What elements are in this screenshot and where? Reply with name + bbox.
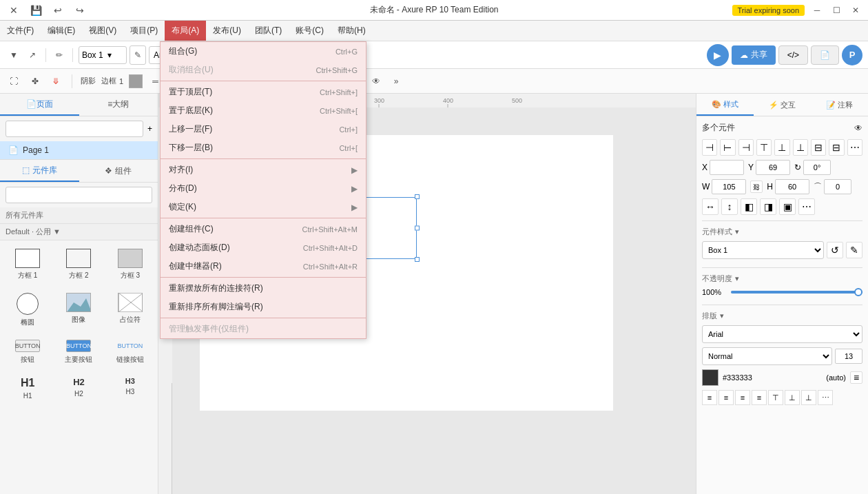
dd-ungroup-shortcut: Ctrl+Shift+G: [316, 66, 358, 74]
dd-lock-label: 锁定(K): [169, 201, 196, 213]
layout-dropdown-menu: 组合(G) Ctrl+G 取消组合(U) Ctrl+Shift+G 置于顶层(T…: [160, 41, 366, 339]
dd-sep-1: [161, 81, 366, 81]
dd-send-to-back[interactable]: 置于底层(K) Ctrl+Shift+[: [161, 101, 366, 120]
dd-group-shortcut: Ctrl+G: [335, 48, 358, 56]
dd-create-repeater[interactable]: 创建中继器(R) Ctrl+Shift+Alt+R: [161, 257, 366, 276]
dd-move-down-shortcut: Ctrl+[: [339, 144, 358, 152]
dd-create-repeater-shortcut: Ctrl+Shift+Alt+R: [303, 263, 358, 271]
dd-create-dynamic-shortcut: Ctrl+Shift+Alt+D: [303, 244, 358, 252]
dd-send-to-back-label: 置于底层(K): [169, 105, 213, 116]
dd-create-component[interactable]: 创建组件(C) Ctrl+Shift+Alt+M: [161, 220, 366, 238]
dd-manage-events: 管理触发事件(仅组件): [161, 320, 366, 338]
dd-sep-2: [161, 158, 366, 159]
dd-bring-to-front[interactable]: 置于顶层(T) Ctrl+Shift+]: [161, 83, 366, 101]
dd-create-dynamic[interactable]: 创建动态面板(D) Ctrl+Shift+Alt+D: [161, 238, 366, 257]
dd-align-arrow: ▶: [351, 165, 358, 175]
dd-bring-to-front-label: 置于顶层(T): [169, 86, 212, 98]
dd-move-up[interactable]: 上移一层(F) Ctrl+]: [161, 120, 366, 138]
dd-create-repeater-label: 创建中继器(R): [169, 260, 222, 272]
dd-reset-footnotes-label: 重新排序所有脚注编号(R): [169, 301, 263, 313]
dd-create-component-label: 创建组件(C): [169, 223, 214, 235]
dd-reset-footnotes[interactable]: 重新排序所有脚注编号(R): [161, 298, 366, 316]
dd-bring-to-front-shortcut: Ctrl+Shift+]: [320, 88, 358, 96]
dd-reset-connectors[interactable]: 重新摆放所有的连接符(R): [161, 279, 366, 298]
dd-ungroup: 取消组合(U) Ctrl+Shift+G: [161, 61, 366, 79]
dd-create-component-shortcut: Ctrl+Shift+Alt+M: [302, 225, 358, 234]
dd-move-up-label: 上移一层(F): [169, 123, 212, 135]
dd-sep-5: [161, 318, 366, 318]
dd-move-down-label: 下移一层(B): [169, 142, 213, 154]
dd-align-label: 对齐(I): [169, 164, 193, 176]
dd-group-label: 组合(G): [169, 45, 197, 57]
dd-manage-events-label: 管理触发事件(仅组件): [169, 323, 249, 335]
dd-lock-arrow: ▶: [351, 203, 358, 212]
dd-move-down[interactable]: 下移一层(B) Ctrl+[: [161, 138, 366, 157]
dd-lock[interactable]: 锁定(K) ▶: [161, 198, 366, 216]
dd-distribute-arrow: ▶: [351, 184, 358, 194]
dd-move-up-shortcut: Ctrl+]: [339, 125, 358, 134]
dd-distribute[interactable]: 分布(D) ▶: [161, 179, 366, 198]
dd-sep-4: [161, 277, 366, 278]
dd-create-dynamic-label: 创建动态面板(D): [169, 242, 230, 254]
dd-ungroup-label: 取消组合(U): [169, 64, 214, 76]
dd-sep-3: [161, 218, 366, 218]
dd-reset-connectors-label: 重新摆放所有的连接符(R): [169, 282, 263, 294]
dd-group[interactable]: 组合(G) Ctrl+G: [161, 42, 366, 61]
dropdown-overlay[interactable]: [0, 0, 868, 494]
dd-align[interactable]: 对齐(I) ▶: [161, 161, 366, 179]
dd-send-to-back-shortcut: Ctrl+Shift+[: [320, 107, 358, 115]
dd-distribute-label: 分布(D): [169, 183, 197, 194]
